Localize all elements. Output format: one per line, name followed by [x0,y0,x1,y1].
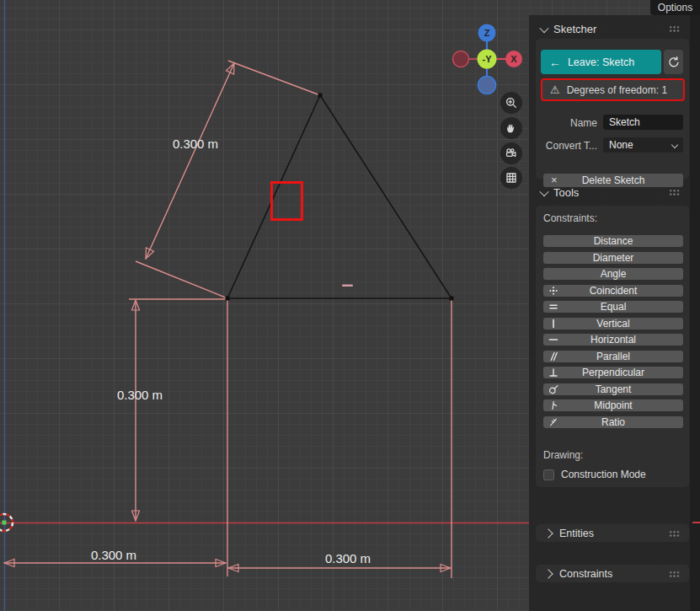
pan-button[interactable] [500,117,522,139]
degrees-of-freedom-warning: ⚠ Degrees of freedom: 1 [541,78,685,101]
convert-type-dropdown[interactable]: None [603,137,683,153]
options-tab[interactable]: Options [650,0,700,15]
construction-mode-row[interactable]: Construction Mode [543,469,646,480]
constraint-button-equal[interactable]: Equal [543,301,683,313]
constraint-button-angle[interactable]: Angle [543,268,683,280]
dim-ext-vertex [136,261,227,298]
constraint-button-vertical[interactable]: Vertical [543,318,683,330]
panel-header-tools[interactable]: Tools [541,186,579,199]
sketch-pink-lines[interactable] [4,61,452,578]
gizmo-z-label: Z [484,28,490,38]
panel-grip-icon [669,530,681,537]
name-field[interactable]: Sketch [603,115,683,130]
dimension-label-bottom-right[interactable]: 0.300 m [325,551,371,565]
constraint-button-diameter[interactable]: Diameter [543,252,683,264]
gizmo-y-label: -Y [483,54,493,64]
panel-header-sketcher[interactable]: Sketcher [541,23,596,35]
name-field-value: Sketch [609,116,640,128]
tools-title: Tools [553,186,579,199]
entities-title: Entities [559,528,594,539]
panel-header-constraints[interactable]: Constraints [536,565,689,582]
name-label: Name [537,117,597,129]
gizmo-minus-x-ball[interactable] [453,51,469,67]
zoom-button[interactable] [500,92,522,114]
equal-icon [548,302,558,314]
constraint-button-perpendicular[interactable]: Perpendicular [543,367,683,378]
construction-mode-label: Construction Mode [561,469,646,480]
button-label: Horizontal [590,334,636,346]
convert-type-value: None [609,139,633,151]
ratio-icon [548,417,558,430]
dim-line-diagonal[interactable] [146,63,234,259]
button-label: Distance [594,235,633,247]
panel-header-entities[interactable]: Entities [536,524,689,542]
constraint-button-tangent[interactable]: Tangent [543,383,683,395]
horizontal-constraint-marker[interactable] [342,285,353,287]
camera-icon [505,147,518,160]
tangent-icon [548,384,558,397]
construction-mode-checkbox[interactable] [543,469,554,480]
panel-title: Sketcher [553,23,596,35]
zoom-in-icon [505,96,518,110]
button-label: Angle [601,268,627,280]
coincident-icon [548,286,558,298]
dimension-label-diagonal[interactable]: 0.300 m [173,137,218,151]
button-label: Coincident [590,285,638,297]
blender-window: 0.300 m 0.300 m 0.300 m 0.300 m Z X -Y [0,0,700,611]
chevron-right-icon [543,569,553,578]
close-x-icon: × [551,174,558,186]
constraints-panel-title: Constraints [559,568,612,580]
grid-icon [505,171,518,185]
convert-type-label: Convert T... [537,140,597,152]
update-sketch-button[interactable] [664,50,683,74]
vertical-icon [548,319,558,331]
constraint-button-distance[interactable]: Distance [543,235,683,247]
constraints-section-label: Constraints: [543,212,597,224]
gizmo-minus-z-ball[interactable] [478,77,496,94]
button-label: Parallel [596,351,630,362]
camera-view-button[interactable] [500,142,522,164]
panel-grip-icon[interactable] [669,25,681,32]
button-label: Tangent [596,383,632,395]
constraint-button-horizontal[interactable]: Horizontal [543,334,683,346]
panel-grip-icon [669,571,681,577]
grid-toggle-button[interactable] [500,167,522,189]
roof-right-edge[interactable] [320,95,452,298]
chevron-down-icon [539,23,548,32]
panel-grip-icon[interactable] [669,189,681,196]
roof-left-edge[interactable] [227,95,320,298]
button-label: Equal [601,301,627,313]
tools-panel-body [536,206,689,487]
midpoint-icon [548,400,558,413]
orientation-gizmo[interactable]: Z X -Y [451,21,526,99]
button-label: Ratio [601,416,625,428]
pan-hand-icon [505,121,518,135]
refresh-icon [667,56,681,69]
constraint-button-ratio[interactable]: Ratio [543,416,683,428]
back-arrow-icon: ← [549,56,561,69]
chevron-right-icon [543,528,553,538]
leave-sketch-label: Leave: Sketch [568,56,634,68]
selection-box [272,183,302,220]
button-label: Midpoint [594,399,632,411]
dimension-label-vertical[interactable]: 0.300 m [117,388,163,402]
button-label: Vertical [596,318,629,330]
options-tab-label: Options [658,2,692,13]
delete-sketch-label: Delete Sketch [582,174,645,186]
leave-sketch-button[interactable]: ← Leave: Sketch [541,50,661,74]
dof-warning-text: Degrees of freedom: 1 [567,84,667,96]
parallel-icon [548,351,558,364]
delete-sketch-button[interactable]: × Delete Sketch [543,174,683,187]
warning-icon: ⚠ [550,83,560,96]
drawing-section-label: Drawing: [543,449,583,461]
constraint-button-coincident[interactable]: Coincident [543,285,683,297]
constraint-button-parallel[interactable]: Parallel [543,351,683,362]
sketch-black-lines[interactable] [227,95,452,298]
chevron-down-icon [539,186,548,196]
button-label: Perpendicular [582,367,644,378]
horizontal-icon [548,335,558,347]
dimension-label-bottom-left[interactable]: 0.300 m [91,548,136,562]
constraint-button-midpoint[interactable]: Midpoint [543,399,683,411]
perpendicular-icon [548,367,558,380]
button-label: Diameter [593,252,634,264]
